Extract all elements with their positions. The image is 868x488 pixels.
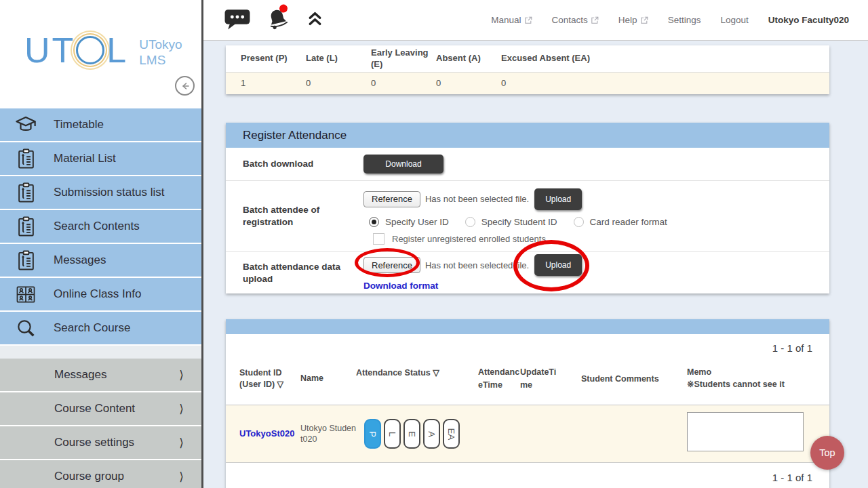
logo-ring-icon — [76, 36, 104, 64]
file-status-text: Has not been selected file. — [425, 260, 529, 270]
summary-header-row: Present (P) Late (L) Early Leaving (E) A… — [226, 45, 829, 73]
batch-attendee-row: Batch attendee of registration Reference… — [226, 180, 829, 251]
radio-specify-student-id[interactable] — [465, 217, 475, 227]
summary-header-late: Late (L) — [306, 53, 371, 64]
summary-value-present: 1 — [241, 78, 306, 89]
summary-value-early-leaving: 0 — [371, 78, 436, 89]
topbar-link-manual[interactable]: Manual — [491, 15, 532, 25]
sidebar-item-course-group[interactable]: Course group ⟩ — [0, 460, 201, 488]
topbar-link-logout[interactable]: Logout — [720, 15, 748, 25]
topbar-username: Utokyo Faculty020 — [768, 15, 849, 25]
sidebar-item-course-content[interactable]: Course Content ⟩ — [0, 392, 201, 425]
main-content: Present (P) Late (L) Early Leaving (E) A… — [203, 41, 868, 488]
summary-header-present: Present (P) — [241, 53, 306, 64]
attendance-status-buttons: P L E A EA — [356, 419, 470, 449]
id-format-radio-group: Specify User ID Specify Student ID Card … — [369, 217, 684, 227]
chevron-right-icon: ⟩ — [179, 402, 184, 416]
logo-subtitle: UTokyo LMS — [139, 37, 182, 68]
chat-icon[interactable] — [224, 7, 251, 33]
student-name: Utokyo Student020 — [300, 423, 356, 445]
graduation-cap-icon — [13, 115, 39, 135]
topbar: Manual Contacts Help Settings Logout Uto… — [203, 0, 868, 41]
register-unregistered-checkbox[interactable] — [373, 233, 384, 245]
sidebar-divider — [0, 346, 201, 359]
external-link-icon — [591, 16, 599, 24]
sidebar-nav-secondary: Messages ⟩ Course Content ⟩ Course setti… — [0, 359, 201, 488]
sidebar-item-search-contents[interactable]: Search Contents — [0, 210, 201, 243]
topbar-link-help[interactable]: Help — [618, 15, 648, 25]
chevron-right-icon: ⟩ — [179, 470, 184, 484]
student-id-link[interactable]: UTokyoSt020 — [239, 428, 300, 440]
batch-download-row: Batch download Download — [226, 148, 829, 180]
summary-value-excused-absent: 0 — [501, 78, 603, 89]
register-attendance-title: Register Attendance — [226, 123, 829, 148]
sidebar-logo-area: UT L UTokyo LMS — [0, 0, 201, 108]
sidebar-item-messages[interactable]: Messages — [0, 244, 201, 277]
summary-value-row: 1 0 0 0 0 — [226, 73, 829, 94]
sidebar-item-course-settings[interactable]: Course settings ⟩ — [0, 426, 201, 459]
radio-card-reader-format[interactable] — [574, 217, 584, 227]
status-button-absent[interactable]: A — [423, 419, 440, 449]
online-class-icon — [13, 285, 39, 304]
batch-download-label: Batch download — [243, 158, 363, 170]
sidebar-collapse-button[interactable] — [175, 76, 195, 96]
external-link-icon — [640, 16, 648, 24]
reference-button[interactable]: Reference — [363, 191, 420, 207]
left-arrow-icon — [180, 81, 191, 92]
register-unregistered-label: Register unregistered enrolled students — [392, 234, 546, 244]
sidebar-nav-primary: Timetable Material List Submission statu… — [0, 108, 201, 344]
summary-header-excused-absent: Excused Absent (EA) — [501, 53, 603, 64]
pagination-bottom: 1 - 1 of 1 — [226, 463, 829, 488]
summary-header-absent: Absent (A) — [436, 53, 501, 64]
download-button[interactable]: Download — [363, 155, 443, 174]
sidebar-item-timetable[interactable]: Timetable — [0, 108, 201, 141]
file-status-text: Has not been selected file. — [425, 194, 529, 204]
header-student-comments: Student Comments — [581, 374, 687, 384]
attendance-table-header-row: Student ID (User ID) ▽ Name Attendance S… — [226, 355, 829, 405]
logo-text-l: L — [106, 33, 128, 68]
header-attendance-status-sort[interactable]: Attendance Status ▽ — [356, 367, 470, 378]
clipboard-icon — [13, 216, 39, 237]
reference-button[interactable]: Reference — [363, 257, 420, 273]
radio-specify-user-id[interactable] — [369, 217, 379, 227]
header-name: Name — [300, 373, 356, 384]
sidebar-item-online-class-info[interactable]: Online Class Info — [0, 278, 201, 310]
double-chevron-up-icon[interactable] — [305, 9, 325, 31]
header-memo: Memo ※Students cannot see it — [687, 367, 812, 390]
status-button-excused-absent[interactable]: EA — [443, 419, 460, 449]
status-button-late[interactable]: L — [384, 419, 401, 449]
chevron-right-icon: ⟩ — [179, 436, 184, 450]
sidebar-item-messages-secondary[interactable]: Messages ⟩ — [0, 359, 201, 391]
batch-attendance-upload-row: Batch attendance data upload Reference H… — [226, 251, 829, 293]
status-button-present[interactable]: P — [364, 419, 381, 449]
sidebar: UT L UTokyo LMS Timetable Material List — [0, 0, 203, 488]
bell-icon[interactable] — [264, 5, 292, 35]
attendance-list-panel: 1 - 1 of 1 Student ID (User ID) ▽ Name A… — [226, 319, 829, 488]
status-button-early-leaving[interactable]: E — [403, 419, 420, 449]
topbar-link-settings[interactable]: Settings — [668, 15, 701, 25]
clipboard-icon — [13, 250, 39, 271]
upload-button[interactable]: Upload — [534, 188, 582, 210]
upload-button[interactable]: Upload — [534, 254, 582, 276]
attendance-summary-table: Present (P) Late (L) Early Leaving (E) A… — [226, 45, 829, 94]
attendance-list-header-band — [226, 319, 829, 334]
summary-value-absent: 0 — [436, 78, 501, 89]
chevron-right-icon: ⟩ — [179, 368, 184, 382]
memo-input[interactable] — [687, 412, 804, 451]
table-row: UTokyoSt020 Utokyo Student020 P L E A EA — [226, 405, 829, 463]
clipboard-icon — [13, 148, 39, 169]
header-update-time: UpdateTime — [520, 366, 561, 390]
sidebar-item-material-list[interactable]: Material List — [0, 142, 201, 175]
summary-header-early-leaving: Early Leaving (E) — [371, 47, 436, 70]
download-format-link[interactable]: Download format — [363, 281, 438, 291]
batch-attendee-label: Batch attendee of registration — [243, 204, 363, 228]
topbar-link-contacts[interactable]: Contacts — [552, 15, 599, 25]
header-student-id-sort[interactable]: Student ID (User ID) ▽ — [239, 367, 300, 390]
register-attendance-panel: Register Attendance Batch download Downl… — [226, 123, 829, 293]
memo-note: ※Students cannot see it — [687, 379, 812, 391]
sidebar-item-search-course[interactable]: Search Course — [0, 312, 201, 344]
header-attendance-time: AttendanceTime — [478, 366, 520, 390]
clipboard-icon — [13, 182, 39, 203]
scroll-to-top-button[interactable]: Top — [810, 436, 844, 470]
sidebar-item-submission-status[interactable]: Submission status list — [0, 176, 201, 209]
